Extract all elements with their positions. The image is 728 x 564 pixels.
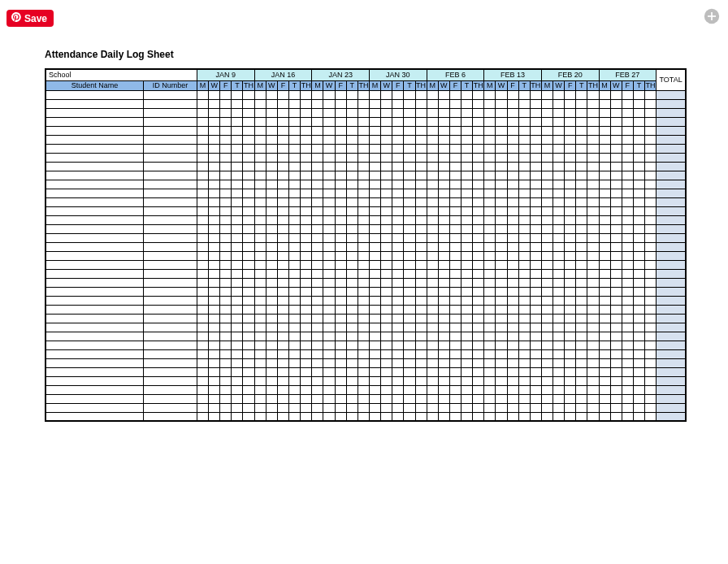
attendance-cell[interactable] (645, 144, 656, 153)
attendance-cell[interactable] (289, 394, 301, 403)
attendance-cell[interactable] (254, 117, 266, 126)
attendance-cell[interactable] (427, 278, 438, 287)
attendance-cell[interactable] (370, 376, 381, 385)
attendance-cell[interactable] (541, 287, 552, 296)
attendance-cell[interactable] (622, 224, 633, 233)
attendance-cell[interactable] (358, 251, 369, 260)
attendance-cell[interactable] (197, 385, 208, 394)
attendance-cell[interactable] (449, 117, 461, 126)
attendance-cell[interactable] (507, 180, 518, 189)
attendance-cell[interactable] (473, 215, 484, 224)
attendance-cell[interactable] (323, 358, 335, 367)
attendance-cell[interactable] (599, 296, 610, 305)
attendance-cell[interactable] (610, 153, 622, 162)
student-name-cell[interactable] (46, 323, 143, 332)
attendance-cell[interactable] (220, 287, 232, 296)
attendance-cell[interactable] (576, 287, 587, 296)
attendance-cell[interactable] (197, 358, 208, 367)
attendance-cell[interactable] (473, 341, 484, 349)
attendance-cell[interactable] (610, 126, 622, 135)
attendance-cell[interactable] (541, 296, 552, 305)
attendance-cell[interactable] (277, 224, 288, 233)
attendance-cell[interactable] (266, 233, 277, 242)
attendance-cell[interactable] (197, 314, 208, 323)
attendance-cell[interactable] (370, 349, 381, 358)
attendance-cell[interactable] (587, 189, 599, 197)
attendance-cell[interactable] (209, 117, 220, 126)
attendance-cell[interactable] (289, 233, 301, 242)
attendance-cell[interactable] (323, 189, 335, 197)
attendance-cell[interactable] (323, 394, 335, 403)
id-number-cell[interactable] (143, 278, 197, 287)
attendance-cell[interactable] (462, 162, 473, 171)
attendance-cell[interactable] (622, 215, 633, 224)
attendance-cell[interactable] (209, 90, 220, 99)
attendance-cell[interactable] (633, 251, 644, 260)
attendance-cell[interactable] (323, 242, 335, 251)
attendance-cell[interactable] (358, 287, 369, 296)
attendance-cell[interactable] (415, 224, 427, 233)
attendance-cell[interactable] (197, 215, 208, 224)
attendance-cell[interactable] (530, 394, 541, 403)
attendance-cell[interactable] (599, 341, 610, 349)
attendance-cell[interactable] (346, 180, 358, 189)
attendance-cell[interactable] (462, 358, 473, 367)
id-number-cell[interactable] (143, 117, 197, 126)
attendance-cell[interactable] (254, 153, 266, 162)
attendance-cell[interactable] (415, 367, 427, 376)
attendance-cell[interactable] (404, 251, 415, 260)
attendance-cell[interactable] (197, 296, 208, 305)
attendance-cell[interactable] (622, 144, 633, 153)
attendance-cell[interactable] (462, 99, 473, 108)
attendance-cell[interactable] (633, 349, 644, 358)
attendance-cell[interactable] (209, 126, 220, 135)
attendance-cell[interactable] (507, 126, 518, 135)
attendance-cell[interactable] (323, 90, 335, 99)
attendance-cell[interactable] (323, 99, 335, 108)
attendance-cell[interactable] (565, 144, 576, 153)
attendance-cell[interactable] (565, 367, 576, 376)
attendance-cell[interactable] (473, 278, 484, 287)
attendance-cell[interactable] (438, 180, 449, 189)
attendance-cell[interactable] (197, 206, 208, 215)
attendance-cell[interactable] (392, 242, 404, 251)
attendance-cell[interactable] (254, 180, 266, 189)
student-name-cell[interactable] (46, 278, 143, 287)
attendance-cell[interactable] (484, 260, 496, 269)
attendance-cell[interactable] (473, 260, 484, 269)
attendance-cell[interactable] (462, 171, 473, 180)
attendance-cell[interactable] (370, 126, 381, 135)
attendance-cell[interactable] (404, 349, 415, 358)
attendance-cell[interactable] (576, 99, 587, 108)
attendance-cell[interactable] (254, 206, 266, 215)
attendance-cell[interactable] (346, 99, 358, 108)
attendance-cell[interactable] (346, 215, 358, 224)
attendance-cell[interactable] (518, 171, 530, 180)
attendance-cell[interactable] (277, 144, 288, 153)
attendance-cell[interactable] (266, 305, 277, 314)
attendance-cell[interactable] (449, 332, 461, 341)
attendance-cell[interactable] (312, 394, 323, 403)
attendance-cell[interactable] (610, 358, 622, 367)
attendance-cell[interactable] (277, 162, 288, 171)
attendance-cell[interactable] (610, 117, 622, 126)
attendance-cell[interactable] (392, 135, 404, 144)
attendance-cell[interactable] (462, 189, 473, 197)
attendance-cell[interactable] (645, 332, 656, 341)
attendance-cell[interactable] (404, 385, 415, 394)
attendance-cell[interactable] (220, 394, 232, 403)
attendance-cell[interactable] (243, 269, 254, 278)
attendance-cell[interactable] (358, 349, 369, 358)
attendance-cell[interactable] (232, 305, 243, 314)
attendance-cell[interactable] (266, 135, 277, 144)
attendance-cell[interactable] (370, 305, 381, 314)
attendance-cell[interactable] (599, 117, 610, 126)
attendance-cell[interactable] (496, 323, 507, 332)
attendance-cell[interactable] (449, 385, 461, 394)
attendance-cell[interactable] (197, 376, 208, 385)
attendance-cell[interactable] (381, 260, 392, 269)
attendance-cell[interactable] (553, 323, 565, 332)
attendance-cell[interactable] (553, 367, 565, 376)
attendance-cell[interactable] (610, 144, 622, 153)
attendance-cell[interactable] (232, 224, 243, 233)
